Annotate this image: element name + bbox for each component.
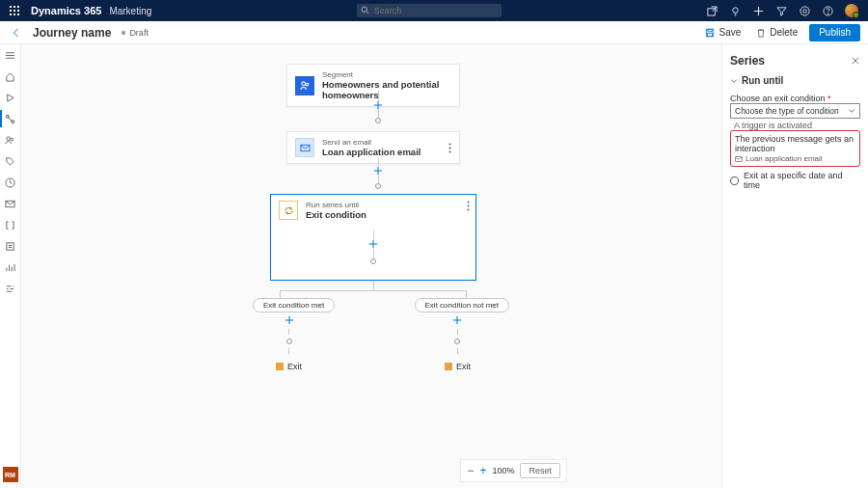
- nav-people-icon[interactable]: [4, 133, 17, 147]
- nav-menu-icon[interactable]: [4, 48, 17, 62]
- connector-end-icon: [370, 258, 376, 264]
- svg-point-33: [449, 150, 451, 152]
- zoom-level: 100%: [492, 466, 514, 475]
- zoom-out-button[interactable]: −: [467, 464, 474, 477]
- add-step-icon[interactable]: [373, 100, 383, 110]
- nav-clock-icon[interactable]: [4, 176, 17, 189]
- svg-rect-0: [10, 6, 12, 8]
- filter-icon[interactable]: [775, 4, 789, 17]
- connector-end-icon: [375, 118, 381, 123]
- exit-condition-label: Choose an exit condition *: [730, 94, 860, 103]
- nav-form-icon[interactable]: [4, 239, 17, 253]
- svg-rect-8: [17, 14, 19, 15]
- zoom-controls: − + 100% Reset: [460, 459, 567, 482]
- svg-point-34: [468, 202, 470, 203]
- nav-bracket-icon[interactable]: [4, 218, 17, 231]
- nav-play-icon[interactable]: [4, 91, 17, 104]
- branch-right-connector: Exit: [445, 315, 471, 371]
- add-step-icon[interactable]: [368, 239, 378, 249]
- nav-journey-icon[interactable]: [4, 112, 17, 125]
- zoom-in-button[interactable]: +: [479, 464, 486, 477]
- chevron-down-icon: [730, 77, 738, 85]
- branch-split: Exit condition met Exit condition not me…: [241, 281, 505, 367]
- zoom-reset-button[interactable]: Reset: [520, 463, 560, 478]
- left-nav: RM: [0, 44, 21, 488]
- flag-icon: [445, 363, 452, 370]
- series-node[interactable]: Run series until Exit condition: [270, 194, 476, 281]
- section-run-until[interactable]: Run until: [730, 75, 860, 86]
- page-title: Journey name: [33, 26, 111, 40]
- dot-icon: [121, 30, 126, 36]
- connector-end-icon: [286, 339, 292, 344]
- help-icon[interactable]: [822, 4, 835, 17]
- add-icon[interactable]: [752, 4, 766, 17]
- exit-right: Exit: [445, 362, 471, 371]
- svg-rect-4: [14, 10, 15, 12]
- search-box[interactable]: [357, 4, 502, 17]
- nav-settings-icon[interactable]: [4, 282, 17, 295]
- svg-rect-19: [708, 29, 712, 32]
- svg-point-17: [122, 30, 125, 34]
- svg-rect-1: [14, 6, 15, 8]
- svg-point-35: [468, 205, 470, 207]
- svg-point-28: [301, 82, 305, 86]
- nav-tag-icon[interactable]: [4, 154, 17, 168]
- panel-close-icon[interactable]: [851, 56, 860, 66]
- connector: [373, 91, 383, 123]
- publish-button[interactable]: Publish: [809, 24, 860, 41]
- status-badge: Draft: [121, 28, 149, 38]
- trash-icon: [756, 28, 766, 38]
- add-step-icon[interactable]: [285, 315, 294, 325]
- series-inner-drop[interactable]: [279, 220, 468, 274]
- svg-rect-20: [708, 33, 713, 36]
- option-previous-message-interaction[interactable]: The previous message gets an interaction…: [730, 130, 860, 167]
- branch-notmet-pill[interactable]: Exit condition not met: [415, 298, 509, 312]
- open-new-window-icon[interactable]: [706, 4, 719, 17]
- save-button[interactable]: Save: [701, 24, 745, 41]
- settings-icon[interactable]: [799, 4, 812, 17]
- add-step-icon[interactable]: [373, 166, 383, 176]
- svg-line-10: [366, 12, 368, 14]
- nav-chart-icon[interactable]: [4, 260, 17, 274]
- user-avatar[interactable]: [845, 4, 858, 17]
- email-icon: [295, 138, 314, 157]
- svg-point-23: [7, 136, 11, 140]
- series-icon: [279, 201, 298, 220]
- email-more-icon[interactable]: [441, 143, 451, 153]
- exit-left: Exit: [276, 362, 302, 371]
- brand-label: Dynamics 365: [31, 5, 101, 16]
- connector-end-icon: [375, 183, 381, 189]
- flag-icon: [276, 363, 284, 370]
- option-exit-datetime[interactable]: Exit at a specific date and time: [730, 171, 860, 190]
- properties-panel: Series Run until Choose an exit conditio…: [721, 44, 868, 488]
- nav-home-icon[interactable]: [4, 69, 17, 83]
- command-bar: Journey name Draft Save Delete Publish: [0, 21, 868, 44]
- series-subtitle: Run series until: [306, 201, 366, 209]
- app-launcher-icon[interactable]: [4, 6, 25, 15]
- radio-icon: [730, 176, 739, 185]
- svg-rect-27: [7, 242, 14, 249]
- save-icon: [705, 28, 715, 38]
- journey-canvas[interactable]: Segment Homeowners and potential homeown…: [21, 44, 721, 488]
- svg-point-9: [362, 7, 366, 12]
- svg-rect-3: [10, 10, 12, 12]
- add-step-icon[interactable]: [452, 315, 462, 325]
- exit-condition-select[interactable]: Choose the type of condition: [730, 103, 860, 119]
- series-more-icon[interactable]: [459, 201, 470, 211]
- persona-badge[interactable]: RM: [3, 467, 18, 482]
- back-button[interactable]: [8, 28, 25, 38]
- nav-mail-icon[interactable]: [4, 197, 17, 210]
- branch-met-pill[interactable]: Exit condition met: [253, 298, 335, 312]
- svg-point-12: [733, 7, 739, 13]
- lightbulb-icon[interactable]: [729, 4, 743, 17]
- svg-point-16: [828, 13, 829, 14]
- chevron-down-icon: [848, 107, 855, 115]
- search-input[interactable]: [357, 4, 502, 17]
- segment-title: Homeowners and potential homeowners: [322, 79, 451, 100]
- connector-end-icon: [454, 339, 460, 344]
- delete-button[interactable]: Delete: [752, 24, 801, 41]
- email-subtitle: Send an email: [322, 138, 420, 147]
- svg-rect-5: [17, 10, 19, 12]
- main-area: RM Segment Homeowners and potential home…: [0, 44, 868, 488]
- connector: [373, 158, 383, 189]
